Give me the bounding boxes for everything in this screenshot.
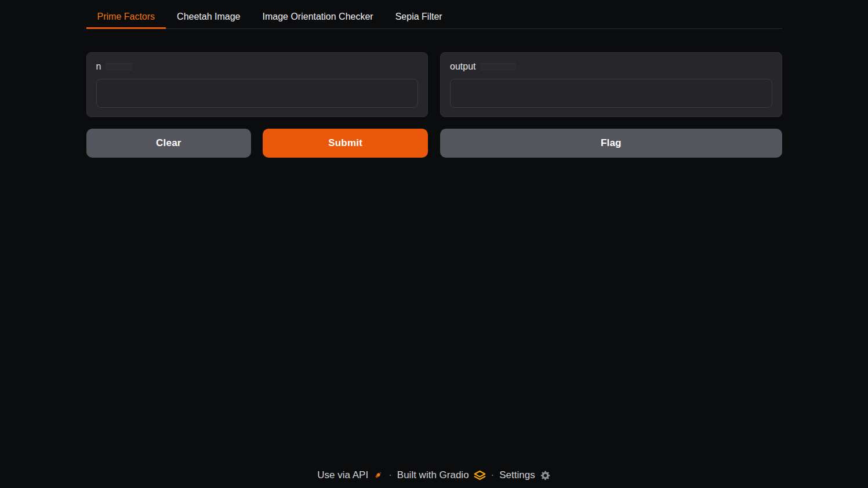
app-container: Prime Factors Cheetah Image Image Orient… [86,0,782,158]
footer-separator: · [388,469,392,481]
built-with-gradio-label: Built with Gradio [397,469,469,481]
footer-separator: · [491,469,495,481]
settings-link[interactable]: Settings [499,469,550,481]
tab-sepia-filter[interactable]: Sepia Filter [384,6,453,29]
input-label: n [96,61,101,72]
tab-image-orientation-checker[interactable]: Image Orientation Checker [251,6,384,29]
label-shimmer [480,63,516,70]
input-panel: n [86,52,428,117]
gear-icon [540,470,551,481]
input-buttons-row: Clear Submit [86,129,428,158]
interface-row: n Clear Submit output Flag [86,52,782,158]
clear-button[interactable]: Clear [86,129,252,158]
label-shimmer [106,63,132,70]
plug-icon [373,470,383,480]
footer: Use via API · Built with Gradio · [0,461,868,488]
input-column: n Clear Submit [86,52,428,158]
settings-label: Settings [499,469,535,481]
use-via-api-link[interactable]: Use via API [317,469,383,481]
output-textbox[interactable] [450,79,772,108]
output-buttons-row: Flag [440,129,782,158]
flag-button[interactable]: Flag [440,129,782,158]
use-via-api-label: Use via API [317,469,368,481]
built-with-gradio-link[interactable]: Built with Gradio [397,469,486,481]
tab-prime-factors[interactable]: Prime Factors [86,6,166,29]
output-label: output [450,61,475,72]
input-label-row: n [96,61,419,72]
tab-cheetah-image[interactable]: Cheetah Image [166,6,251,29]
submit-button[interactable]: Submit [263,129,428,158]
output-label-row: output [450,61,772,72]
output-column: output Flag [440,52,782,158]
output-panel: output [440,52,782,117]
n-input[interactable] [96,79,419,108]
tab-bar: Prime Factors Cheetah Image Image Orient… [86,6,782,29]
gradio-logo-icon [474,470,486,480]
